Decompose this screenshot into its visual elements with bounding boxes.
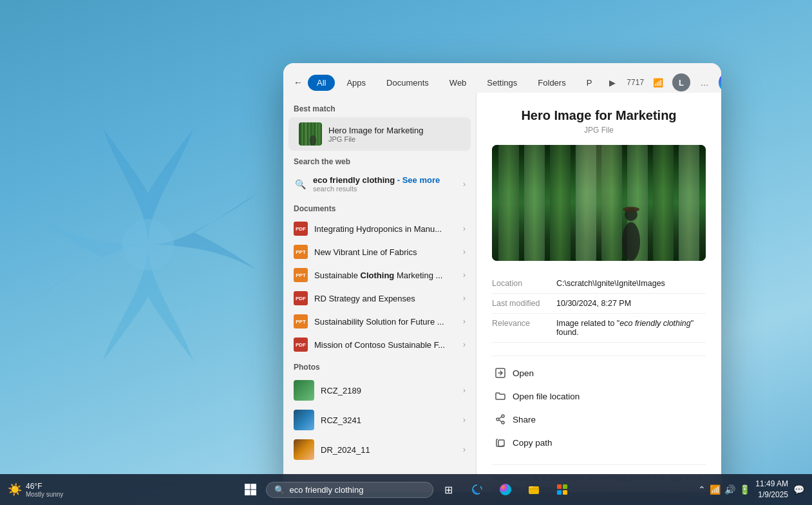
share-label: Share [513, 415, 536, 424]
share-icon [495, 414, 506, 425]
doc-name-4: RD Strategy and Expenses [314, 294, 457, 303]
documents-label: Documents [283, 198, 476, 217]
start-button[interactable] [238, 477, 263, 502]
doc-item-3[interactable]: PPT Sustainable Clothing Marketing ... › [283, 263, 476, 287]
svg-rect-25 [563, 484, 567, 489]
weather-icon: ☀️ [8, 482, 22, 497]
network-icon[interactable]: 📶 [649, 73, 667, 91]
tab-folders[interactable]: Folders [529, 75, 574, 91]
battery-icon[interactable]: 🔋 [739, 484, 750, 495]
open-button[interactable]: Open [492, 361, 706, 385]
tab-documents[interactable]: Documents [377, 75, 438, 91]
location-label: Location [492, 274, 556, 294]
weather-info: 46°F Mostly sunny [26, 482, 63, 498]
doc-name-1: Integrating Hydroponics in Manu... [314, 224, 457, 234]
pptx-icon-5: PPT [294, 314, 308, 329]
photo-item-1[interactable]: RCZ_2189 › [283, 376, 476, 405]
svg-point-16 [502, 421, 504, 424]
open-file-location-button[interactable]: Open file location [492, 385, 706, 408]
svg-rect-21 [250, 490, 256, 496]
task-view-button[interactable]: ⊞ [436, 477, 462, 502]
photo-item-3[interactable]: DR_2024_11 › [283, 435, 476, 464]
tab-apps[interactable]: Apps [337, 75, 375, 91]
web-search-item[interactable]: 🔍 eco friendly clothing - See more searc… [283, 170, 476, 198]
last-modified-value: 10/30/2024, 8:27 PM [556, 294, 706, 314]
taskbar-right: ⌃ 📶 🔊 🔋 11:49 AM 1/9/2025 💬 [698, 479, 804, 500]
best-match-icon [299, 122, 322, 146]
taskbar-search-icon: 🔍 [274, 485, 285, 495]
left-panel: Best match [283, 93, 477, 492]
preview-image [492, 145, 706, 261]
chevron-icon-2: › [463, 247, 466, 256]
svg-point-12 [623, 207, 639, 212]
volume-icon[interactable]: 🔊 [724, 484, 735, 495]
weather-widget: ☀️ 46°F Mostly sunny [8, 482, 63, 498]
topbar-right: 7717 📶 L … [627, 72, 721, 93]
copilot-icon[interactable] [719, 72, 721, 93]
photo-thumb-1 [294, 380, 314, 401]
more-options-icon[interactable]: … [695, 73, 713, 91]
tab-p[interactable]: P [578, 75, 601, 91]
chevron-icon-4: › [463, 294, 466, 303]
clock[interactable]: 11:49 AM 1/9/2025 [755, 479, 788, 500]
best-match-text: Hero Image for Marketing JPG File [328, 126, 460, 143]
last-modified-row: Last modified 10/30/2024, 8:27 PM [492, 294, 706, 314]
tab-web[interactable]: Web [440, 75, 476, 91]
chevron-icon-3: › [463, 271, 466, 280]
svg-rect-20 [245, 490, 250, 496]
weather-temp: 46°F [26, 482, 63, 491]
svg-rect-3 [301, 122, 303, 146]
web-section-label: Search the web [283, 151, 476, 170]
tab-all[interactable]: All [308, 75, 335, 91]
tab-settings[interactable]: Settings [478, 75, 526, 91]
best-match-subtitle: JPG File [328, 135, 460, 143]
taskbar-search[interactable]: 🔍 eco friendly clothing [266, 482, 433, 498]
wifi-icon[interactable]: 📶 [710, 484, 721, 495]
svg-point-22 [500, 484, 511, 495]
last-modified-label: Last modified [492, 294, 556, 314]
doc-name-3: Sustainable Clothing Marketing ... [314, 271, 457, 280]
microsoft-store-button[interactable] [549, 477, 575, 502]
file-explorer-button[interactable] [521, 477, 547, 502]
pdf-icon-6: PDF [294, 338, 308, 352]
photo-thumb-3 [294, 439, 314, 460]
photo-chevron-2: › [463, 415, 466, 424]
copy-path-button[interactable]: Copy path [492, 431, 706, 454]
photo-chevron-1: › [463, 386, 466, 395]
svg-point-15 [496, 418, 499, 421]
back-button[interactable]: ← [294, 72, 303, 93]
doc-item-4[interactable]: PDF RD Strategy and Expenses › [283, 287, 476, 310]
file-info-table: Location C:\scratch\Ignite\Ignite\Images… [492, 274, 706, 343]
doc-item-1[interactable]: PDF Integrating Hydroponics in Manu... › [283, 217, 476, 240]
filter-tabs: All Apps Documents Web Settings Folders … [308, 73, 621, 91]
web-search-text: eco friendly clothing - See more search … [313, 175, 457, 193]
doc-name-2: New Vibrant Line of Fabrics [314, 247, 457, 257]
photo-chevron-3: › [463, 445, 466, 454]
best-match-title: Hero Image for Marketing [328, 126, 460, 135]
chevron-right-icon: › [463, 180, 466, 189]
play-button[interactable]: ▶ [603, 73, 621, 91]
svg-rect-8 [318, 122, 321, 146]
share-button[interactable]: Share [492, 408, 706, 431]
open-label: Open [513, 368, 534, 378]
expand-tray-icon[interactable]: ⌃ [698, 484, 706, 495]
best-match-image [299, 122, 322, 146]
photo-item-2[interactable]: RCZ_3241 › [283, 405, 476, 435]
photo-name-3: DR_2024_11 [321, 445, 457, 455]
best-match-item[interactable]: Hero Image for Marketing JPG File [288, 117, 471, 151]
copilot-taskbar-button[interactable] [493, 477, 518, 502]
preview-subtitle: JPG File [492, 126, 706, 135]
user-avatar[interactable]: L [672, 73, 690, 91]
relevance-row: Relevance Image related to "eco friendly… [492, 314, 706, 343]
badge-number: 7717 [627, 78, 644, 87]
pptx-icon-2: PPT [294, 245, 308, 259]
web-search-sub: search results [313, 185, 457, 193]
edge-browser-button[interactable] [464, 477, 490, 502]
person-figure [617, 196, 646, 261]
doc-item-2[interactable]: PPT New Vibrant Line of Fabrics › [283, 240, 476, 263]
doc-item-5[interactable]: PPT Sustainability Solution for Future .… [283, 310, 476, 333]
see-more-link[interactable]: - See more [397, 175, 440, 185]
web-search-main: eco friendly clothing - See more [313, 175, 457, 185]
doc-item-6[interactable]: PDF Mission of Contoso Sustainable F... … [283, 333, 476, 356]
notification-icon[interactable]: 💬 [793, 484, 804, 495]
